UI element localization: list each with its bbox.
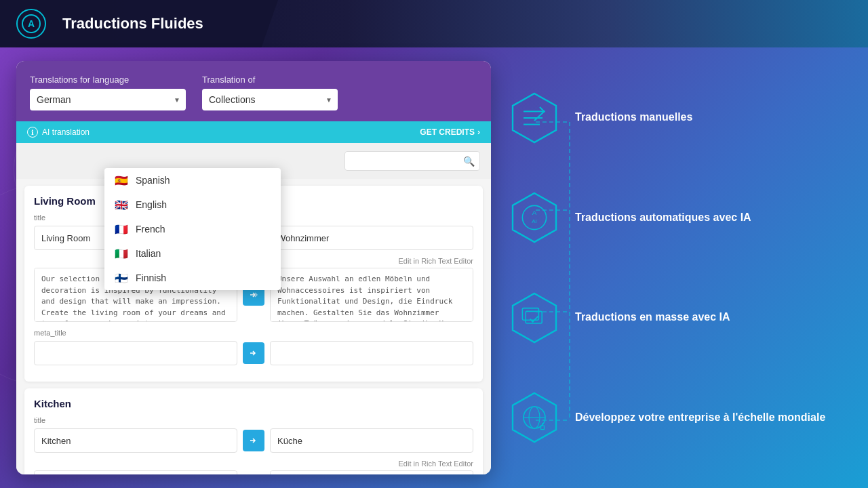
field-label-title-2: title — [34, 416, 473, 424]
dropdown-item-finnish[interactable]: 🇫🇮 Finnish — [104, 266, 281, 290]
body-row-kitchen: <span data-mce-fragment="1">Our selectio… — [34, 470, 473, 474]
field-label-meta-title: meta_title — [34, 329, 473, 337]
language-select-wrapper: German Spanish English French Italian Fi… — [30, 89, 186, 110]
dropdown-label-french: French — [136, 224, 165, 235]
search-input[interactable] — [344, 151, 480, 171]
translate-meta-title-btn[interactable] — [243, 342, 264, 364]
flag-french-icon: 🇫🇷 — [114, 224, 129, 235]
svg-marker-15 — [513, 293, 556, 342]
flag-spanish-icon: 🇪🇸 — [114, 176, 129, 186]
search-icon: 🔍 — [463, 156, 475, 167]
panel-header: Translations for language German Spanish… — [16, 61, 491, 121]
hex-icon-bulk-ai — [507, 291, 561, 345]
flag-italian-icon: 🇮🇹 — [114, 249, 129, 259]
ai-info-icon: ℹ — [27, 127, 38, 138]
app-title: Traductions Fluides — [62, 15, 203, 33]
search-wrapper: 🔍 — [344, 151, 480, 171]
lang-label: Translations for language — [30, 75, 186, 85]
dropdown-item-french[interactable]: 🇫🇷 French — [104, 217, 281, 241]
ai-bar-left: ℹ AI translation — [27, 127, 90, 138]
language-dropdown: 🇪🇸 Spanish 🇬🇧 English 🇫🇷 French 🇮🇹 Itali… — [104, 168, 281, 290]
feature-bulk-ai: Traductions en masse avec IA — [507, 291, 852, 345]
header: A Traductions Fluides — [0, 0, 278, 47]
feature-auto-ai-title: Traductions automatiques avec IA — [575, 211, 751, 225]
source-title-kitchen[interactable] — [34, 428, 237, 453]
dropdown-item-spanish[interactable]: 🇪🇸 Spanish — [104, 168, 281, 192]
ai-bar-text: AI translation — [42, 127, 90, 137]
collection-select[interactable]: Collections Products Pages — [202, 89, 338, 110]
section-kitchen: Kitchen title Edit in Rich Text Editor — [24, 388, 483, 474]
hex-icon-global — [507, 390, 561, 445]
dropdown-label-finnish: Finnish — [136, 272, 166, 283]
flag-finnish-icon: 🇫🇮 — [114, 273, 129, 283]
source-body-kitchen[interactable]: <span data-mce-fragment="1">Our selectio… — [34, 470, 237, 474]
dropdown-label-english: English — [136, 199, 167, 210]
hex-icon-auto-ai: A AI — [507, 190, 561, 245]
translate-title-btn-kitchen[interactable] — [243, 430, 264, 451]
get-credits-button[interactable]: GET CREDITS › — [420, 127, 480, 137]
translation-panel: Translations for language German Spanish… — [16, 61, 491, 474]
dropdown-label-italian: Italian — [136, 248, 161, 259]
collection-selector-group: Translation of Collections Products Page… — [202, 75, 338, 110]
dropdown-item-english[interactable]: 🇬🇧 English — [104, 192, 281, 217]
source-meta-title-living-room[interactable] — [34, 341, 237, 365]
dropdown-item-italian[interactable]: 🇮🇹 Italian — [104, 241, 281, 266]
collection-select-wrapper: Collections Products Pages ▼ — [202, 89, 338, 110]
hex-icon-manual — [507, 91, 561, 145]
feature-global: Développez votre entreprise à l'échelle … — [507, 390, 852, 445]
flag-english-icon: 🇬🇧 — [114, 200, 129, 210]
svg-text:A: A — [532, 209, 537, 216]
target-title-living-room[interactable] — [270, 226, 473, 250]
svg-marker-11 — [513, 193, 556, 242]
features-panel: Traductions manuelles A AI Traductions a… — [507, 61, 852, 474]
get-credits-arrow-icon: › — [477, 127, 480, 137]
dropdown-label-spanish: Spanish — [136, 175, 170, 186]
body-area-kitchen: Edit in Rich Text Editor <span data-mce-… — [34, 460, 473, 474]
feature-bulk-ai-title: Traductions en masse avec IA — [575, 310, 730, 325]
target-meta-title-living-room[interactable] — [270, 341, 473, 365]
translation-of-label: Translation of — [202, 75, 338, 85]
logo-icon: A — [16, 9, 46, 39]
feature-global-title: Développez votre entreprise à l'échelle … — [575, 411, 825, 425]
meta-title-row-living-room — [34, 341, 473, 365]
target-title-kitchen[interactable] — [270, 428, 473, 453]
edit-rich-text-label-2[interactable]: Edit in Rich Text Editor — [34, 460, 473, 468]
feature-auto-ai: A AI Traductions automatiques avec IA — [507, 190, 852, 245]
title-row-kitchen — [34, 428, 473, 453]
target-body-kitchen[interactable]: <span data-mce-fragment="1">Unsere Auswa… — [270, 470, 473, 474]
ai-bar: ℹ AI translation GET CREDITS › — [16, 121, 491, 143]
svg-text:A: A — [28, 18, 35, 29]
target-body-living-room[interactable]: Unsere Auswahl an edlen Möbeln und Wohna… — [270, 268, 473, 322]
feature-manual: Traductions manuelles — [507, 91, 852, 145]
language-select[interactable]: German Spanish English French Italian Fi… — [30, 89, 186, 110]
svg-text:AI: AI — [532, 218, 537, 224]
language-selector-group: Translations for language German Spanish… — [30, 75, 186, 110]
feature-manual-title: Traductions manuelles — [575, 110, 692, 125]
section-title-kitchen: Kitchen — [34, 398, 473, 409]
